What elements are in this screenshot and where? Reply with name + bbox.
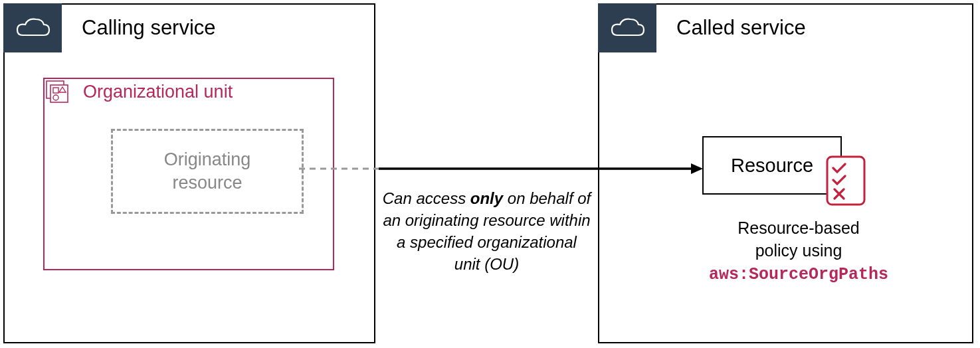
- svg-marker-8: [691, 163, 703, 174]
- policy-caption: Resource-based policy using aws:SourceOr…: [682, 217, 915, 286]
- calling-service-title: Calling service: [82, 16, 216, 40]
- organizational-unit-box: Organizational unit Originating resource: [43, 78, 334, 270]
- called-service-title: Called service: [676, 16, 806, 40]
- access-arrow: [299, 162, 704, 175]
- resource-box: Resource: [702, 136, 842, 195]
- policy-code: aws:SourceOrgPaths: [709, 265, 888, 284]
- policy-checklist-icon: [825, 155, 866, 207]
- caption-bold: only: [470, 189, 503, 207]
- org-unit-title: Organizational unit: [83, 82, 233, 102]
- cloud-icon: [3, 3, 62, 52]
- policy-line1: Resource-based: [737, 218, 859, 237]
- caption-pre: Can access: [383, 189, 470, 207]
- originating-resource-label: Originating resource: [164, 148, 251, 195]
- access-caption: Can access only on behalf of an originat…: [382, 187, 591, 275]
- cloud-icon: [598, 3, 656, 52]
- calling-service-header: Calling service: [3, 3, 216, 52]
- policy-line2: policy using: [755, 241, 842, 260]
- called-service-header: Called service: [598, 3, 806, 52]
- originating-resource-box: Originating resource: [111, 129, 304, 214]
- org-unit-icon: [43, 78, 71, 106]
- resource-label: Resource: [731, 155, 813, 177]
- org-unit-header: Organizational unit: [43, 78, 233, 106]
